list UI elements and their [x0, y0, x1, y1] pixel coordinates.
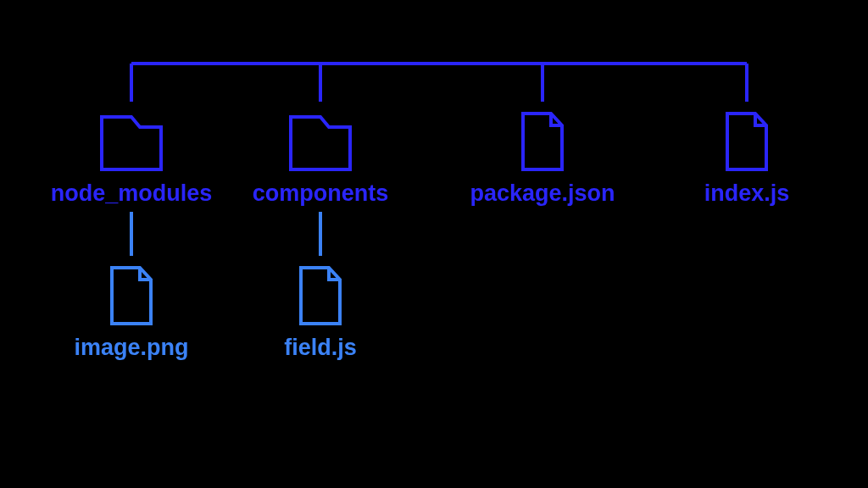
- node-field-js: field.js: [284, 268, 357, 360]
- folder-icon: [102, 117, 161, 169]
- node-label: field.js: [284, 335, 357, 360]
- node-components: components: [253, 117, 389, 206]
- tree-connector-top: [131, 64, 747, 102]
- node-index-js: index.js: [704, 114, 790, 206]
- file-icon: [727, 114, 766, 169]
- node-label: components: [253, 180, 389, 206]
- node-image-png: image.png: [74, 268, 188, 360]
- file-icon: [523, 114, 562, 169]
- file-icon: [301, 268, 340, 324]
- node-label: node_modules: [51, 180, 213, 206]
- node-node-modules: node_modules: [51, 117, 213, 206]
- file-tree-diagram: node_modules components package.json ind…: [0, 0, 868, 488]
- file-icon: [112, 268, 151, 324]
- node-label: image.png: [74, 335, 188, 360]
- folder-icon: [291, 117, 350, 169]
- node-package-json: package.json: [470, 114, 615, 206]
- node-label: package.json: [470, 180, 615, 206]
- node-label: index.js: [704, 180, 790, 206]
